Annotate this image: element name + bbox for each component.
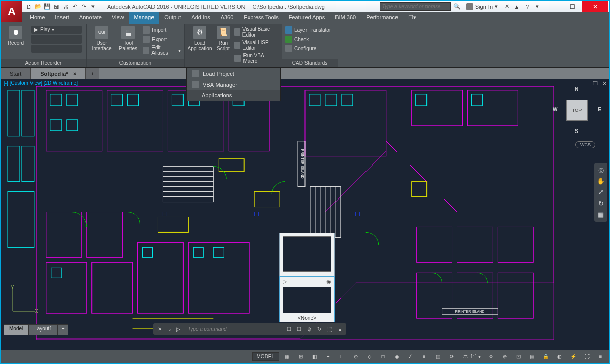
panel-title[interactable]: CAD Standards [282, 59, 338, 67]
vle-button[interactable]: Visual LISP Editor [233, 39, 280, 51]
command-line[interactable]: ✕ ⌄ ▷_ Type a command ☐ ☐ ⊘ ↻ ⬚ ▴ [153, 323, 346, 335]
osnap-icon[interactable]: □ [377, 352, 389, 361]
search-icon[interactable]: 🔍 [453, 3, 461, 11]
load-project-item[interactable]: Load Project [187, 68, 280, 79]
tab-view[interactable]: View [107, 12, 129, 24]
tab-a360[interactable]: A360 [216, 12, 239, 24]
units-icon[interactable]: ⊡ [512, 352, 524, 361]
configure-button[interactable]: Configure [284, 44, 332, 52]
polar-icon[interactable]: ⊙ [350, 352, 361, 361]
tab-performance[interactable]: Performance [361, 12, 403, 24]
tab-home[interactable]: Home [25, 12, 50, 24]
ortho-icon[interactable]: ∟ [336, 352, 348, 361]
customize-status-icon[interactable]: ≡ [595, 352, 606, 361]
tool-palettes-button[interactable]: ▦ Tool Palettes [115, 25, 141, 52]
user-interface-button[interactable]: CUI User Interface [89, 25, 114, 52]
infer-icon[interactable]: ◧ [309, 352, 320, 361]
tab-addins[interactable]: Add-ins [186, 12, 215, 24]
cmd-recent-icon[interactable]: ✕ [155, 325, 164, 333]
zoom-extents-icon[interactable]: ⤢ [597, 188, 605, 196]
pan-icon[interactable]: ✋ [597, 177, 605, 185]
help-icon[interactable]: ? [523, 3, 531, 11]
lock-ui-icon[interactable]: 🔒 [540, 352, 552, 361]
ucs-icon[interactable]: Y X [8, 286, 38, 316]
tab-manage[interactable]: Manage [129, 12, 160, 24]
viewport-label[interactable]: [-] [Custom View] [2D Wireframe] [4, 80, 78, 86]
help-dropdown-icon[interactable]: ▾ [533, 3, 541, 11]
viewcube[interactable]: N E S W TOP [552, 82, 602, 143]
snap-icon[interactable]: ⊞ [295, 352, 307, 361]
otrack-icon[interactable]: ∠ [405, 352, 416, 361]
recording-name-input[interactable] [31, 45, 82, 53]
grid-icon[interactable]: ▦ [281, 352, 293, 361]
recorder-options[interactable] [31, 35, 82, 44]
model-space-button[interactable]: MODEL [252, 352, 280, 361]
plot-icon[interactable]: 🖨 [62, 3, 70, 11]
new-icon[interactable]: 🗋 [25, 3, 33, 11]
isolate-icon[interactable]: ◐ [554, 352, 565, 361]
play-button[interactable]: ▶ Play ▾ [31, 26, 82, 34]
viewcube-face[interactable]: TOP [566, 100, 588, 121]
cmd-expand-icon[interactable]: ▴ [335, 325, 344, 333]
panel-title[interactable]: Customization [87, 59, 184, 67]
compass-w[interactable]: W [553, 107, 557, 112]
layout1-tab[interactable]: Layout1 [28, 324, 58, 335]
workspace-icon[interactable]: ⚙ [485, 352, 497, 361]
undo-icon[interactable]: ↶ [71, 3, 79, 11]
tab-featured-apps[interactable]: Featured Apps [284, 12, 330, 24]
compass-n[interactable]: N [575, 86, 578, 92]
annotation-monitor-icon[interactable]: ⊕ [499, 352, 510, 361]
vbe-button[interactable]: Visual Basic Editor [233, 26, 280, 38]
lineweight-icon[interactable]: ≡ [418, 352, 430, 361]
edit-aliases-button[interactable]: Edit Aliases▾ [142, 44, 182, 56]
cmd-opt2-icon[interactable]: ☐ [294, 325, 303, 333]
run-script-button[interactable]: 📜 Run Script [214, 25, 232, 52]
exchange-icon[interactable]: ✕ [503, 3, 511, 11]
panel-title[interactable]: Action Recorder [1, 59, 86, 67]
command-input[interactable]: Type a command [186, 326, 283, 332]
a360-icon[interactable]: ▲ [513, 3, 521, 11]
add-layout-button[interactable]: + [58, 324, 68, 335]
sign-in-button[interactable]: Sign In ▾ [463, 3, 501, 10]
cmd-opt5-icon[interactable]: ⬚ [325, 325, 334, 333]
vba-manager-item[interactable]: VBA Manager [187, 79, 280, 90]
start-tab[interactable]: Start [1, 68, 31, 79]
tab-output[interactable]: Output [159, 12, 186, 24]
ribbon-extra-icon[interactable]: ☐▾ [403, 12, 421, 24]
clean-screen-icon[interactable]: ⛶ [581, 352, 593, 361]
cmd-opt1-icon[interactable]: ☐ [284, 325, 293, 333]
qat-dropdown-icon[interactable]: ▾ [89, 3, 97, 11]
new-tab-button[interactable]: + [86, 68, 99, 79]
cmd-opt4-icon[interactable]: ↻ [315, 325, 324, 333]
tab-express-tools[interactable]: Express Tools [238, 12, 283, 24]
close-tab-icon[interactable]: × [73, 71, 76, 77]
dropdown-section-title[interactable]: Applications [187, 90, 280, 101]
annotation-scale-button[interactable]: ⚖1:1▾ [460, 352, 483, 361]
orbit-icon[interactable]: ↻ [597, 200, 605, 208]
open-icon[interactable]: 📂 [34, 3, 42, 11]
drawing-viewport[interactable]: [-] [Custom View] [2D Wireframe] — ❐ ✕ [1, 79, 609, 350]
showmotion-popup[interactable]: ▷ ◉ <None> [279, 276, 335, 322]
load-application-button[interactable]: ⚙ Load Application [187, 25, 213, 52]
play-preview-icon[interactable]: ▷ [283, 278, 287, 285]
close-button[interactable]: ✕ [582, 1, 608, 12]
record-button[interactable]: ⏺ Record [3, 25, 29, 47]
layer-translator-button[interactable]: Layer Translator [284, 26, 332, 34]
tab-insert[interactable]: Insert [50, 12, 74, 24]
save-icon[interactable]: 💾 [43, 3, 51, 11]
model-tab[interactable]: Model [4, 324, 28, 335]
check-button[interactable]: Check [284, 35, 332, 43]
document-tab[interactable]: Softpedia*× [31, 68, 86, 79]
redo-icon[interactable]: ↷ [80, 3, 88, 11]
hardware-accel-icon[interactable]: ⚡ [567, 352, 579, 361]
sheet-thumbnail-popup[interactable]: 1 [279, 233, 335, 282]
tab-annotate[interactable]: Annotate [74, 12, 107, 24]
export-button[interactable]: Export [142, 35, 182, 43]
dynamic-input-icon[interactable]: + [322, 352, 334, 361]
showmotion-icon[interactable]: ▦ [597, 211, 605, 219]
maximize-button[interactable]: ☐ [563, 1, 582, 12]
tab-bim360[interactable]: BIM 360 [330, 12, 361, 24]
saveas-icon[interactable]: 🖫 [52, 3, 60, 11]
3dosnap-icon[interactable]: ◈ [391, 352, 403, 361]
loop-preview-icon[interactable]: ◉ [326, 278, 331, 285]
